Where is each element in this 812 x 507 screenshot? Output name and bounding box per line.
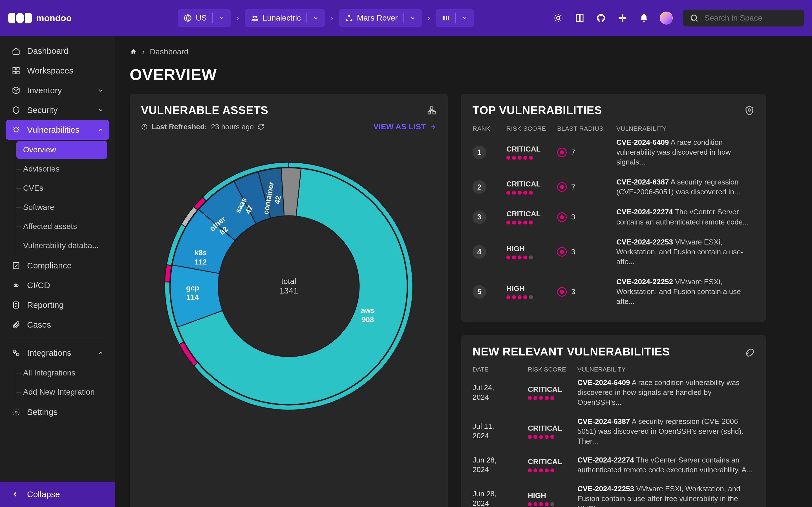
breadcrumb-separator: ›	[428, 14, 430, 22]
sidebar-item-reporting[interactable]: Reporting	[6, 295, 109, 315]
table-row[interactable]: 4 HIGH 3 CVE-2024-22253 VMware ESXi, Wor…	[472, 232, 755, 272]
rank-badge: 5	[472, 285, 486, 298]
blast-radius: 3	[557, 287, 613, 297]
table-row[interactable]: Jul 24,2024 CRITICAL CVE-2024-6409 A rac…	[472, 373, 755, 412]
table-row[interactable]: 2 CRITICAL 7 CVE-2024-6387 A security re…	[472, 172, 755, 202]
theme-toggle-icon[interactable]	[553, 12, 564, 24]
report-icon	[11, 300, 21, 310]
collapse-sidebar-button[interactable]: Collapse	[0, 482, 115, 507]
assets-icon[interactable]	[427, 106, 437, 115]
sidebar-item-inventory[interactable]: Inventory	[6, 80, 109, 100]
sidebar-item-vulnerabilities[interactable]: Vulnerabilities	[6, 120, 109, 140]
sidebar-item-workspaces[interactable]: Workspaces	[6, 61, 109, 80]
search-box[interactable]	[683, 10, 804, 26]
sub-item-overview[interactable]: Overview	[16, 141, 107, 159]
risk-score: CRITICAL	[528, 457, 573, 472]
vulnerabilities-subtree: Overview Advisories CVEs Software Affect…	[16, 141, 109, 255]
sub-item-label: Advisories	[23, 165, 59, 173]
sub-item-all-integrations[interactable]: All Integrations	[16, 364, 107, 382]
sidebar-item-dashboard[interactable]: Dashboard	[6, 41, 109, 61]
bell-icon[interactable]	[638, 12, 650, 24]
vuln-cell: CVE-2024-22274 The vCenter Server contai…	[577, 455, 755, 475]
table-header: RANK RISK SCORE BLAST RADIUS VULNERABILI…	[472, 125, 755, 132]
table-row[interactable]: 5 HIGH 3 CVE-2024-22252 VMware ESXi, Wor…	[472, 272, 755, 312]
sub-item-label: Vulnerability databa...	[23, 241, 99, 250]
sub-item-affected-assets[interactable]: Affected assets	[16, 217, 107, 235]
sidebar-item-cases[interactable]: Cases	[6, 315, 109, 335]
last-refreshed-value: 23 hours ago	[211, 122, 254, 131]
people-icon	[251, 14, 259, 22]
blast-icon	[557, 148, 567, 157]
table-row[interactable]: 3 CRITICAL 3 CVE-2024-22274 The vCenter …	[472, 202, 755, 232]
blast-icon	[557, 247, 567, 257]
sidebar-item-compliance[interactable]: Compliance	[6, 256, 109, 276]
sub-item-cves[interactable]: CVEs	[16, 179, 107, 197]
risk-score: HIGH	[528, 491, 573, 506]
date-cell: Jul 24,2024	[472, 383, 523, 402]
brand-logo[interactable]: mondoo	[8, 13, 71, 23]
date-cell: Jun 28,2024	[472, 455, 523, 474]
sidebar-item-settings[interactable]: Settings	[6, 402, 109, 422]
table-row[interactable]: 1 CRITICAL 7 CVE-2024-6409 A race condit…	[472, 132, 755, 172]
seg-label-gcp: gcp114	[186, 283, 199, 302]
breadcrumb-chip-label: Mars Rover	[357, 13, 398, 22]
breadcrumb-chip-space[interactable]: Mars Rover	[339, 9, 422, 27]
vuln-cell: CVE-2024-22274 The vCenter Server contai…	[616, 207, 755, 227]
search-input[interactable]	[704, 13, 797, 22]
sidebar-item-security[interactable]: Security	[6, 100, 109, 120]
breadcrumb-page[interactable]: Dashboard	[150, 47, 188, 56]
sub-item-software[interactable]: Software	[16, 198, 107, 216]
table-row[interactable]: Jun 28,2024 CRITICAL CVE-2024-22274 The …	[472, 451, 755, 480]
breadcrumb-chip-label: US	[196, 13, 207, 22]
sub-item-advisories[interactable]: Advisories	[16, 160, 107, 178]
svg-rect-13	[619, 17, 622, 19]
page-breadcrumb: › Dashboard	[130, 47, 797, 56]
sidebar-divider	[8, 339, 107, 339]
breadcrumb-chip-org[interactable]: Lunalectric	[245, 9, 325, 27]
refresh-icon[interactable]	[258, 123, 264, 130]
rocket-icon[interactable]	[744, 347, 755, 357]
shield-bug-icon[interactable]	[744, 105, 755, 115]
brand-name: mondoo	[36, 13, 71, 23]
collapse-label: Collapse	[27, 490, 60, 499]
vuln-cell: CVE-2024-6387 A security regression (CVE…	[577, 416, 755, 446]
home-icon[interactable]	[130, 48, 137, 55]
chip-separator	[403, 13, 404, 23]
shield-icon	[11, 105, 21, 115]
breadcrumb-chip-region[interactable]: US	[177, 9, 231, 27]
donut-chart[interactable]: total 1341 aws908 gcp114 k8s112 other82	[141, 131, 437, 441]
blast-radius: 7	[557, 148, 613, 157]
seg-label-aws: aws908	[361, 306, 375, 324]
home-outline-icon	[11, 46, 21, 56]
sidebar-item-integrations[interactable]: Integrations	[6, 343, 109, 363]
svg-rect-28	[433, 112, 435, 114]
sidebar: Dashboard Workspaces Inventory Security …	[0, 36, 115, 507]
col-date: DATE	[472, 366, 523, 373]
docs-icon[interactable]	[574, 12, 585, 24]
slack-icon[interactable]	[617, 12, 628, 24]
svg-point-5	[350, 19, 352, 21]
rank-badge: 4	[472, 245, 486, 259]
user-avatar[interactable]	[660, 11, 673, 24]
sub-item-add-integration[interactable]: Add New Integration	[16, 383, 107, 401]
table-row[interactable]: Jun 28,2024 HIGH CVE-2024-22253 VMware E…	[472, 480, 755, 507]
sidebar-item-label: Security	[27, 105, 57, 115]
content-area: › Dashboard OVERVIEW VULNERABLE ASSETS L…	[115, 36, 812, 507]
chevron-up-icon	[98, 127, 104, 133]
breadcrumb-chip-workspace[interactable]	[436, 9, 474, 27]
github-icon[interactable]	[596, 12, 607, 24]
puzzle-icon	[11, 348, 21, 358]
svg-point-20	[14, 128, 18, 132]
sidebar-item-label: Vulnerabilities	[27, 125, 80, 135]
risk-score: HIGH	[506, 244, 554, 260]
panel-title: NEW RELEVANT VULNERABILITIES	[472, 345, 670, 358]
sub-item-vuln-db[interactable]: Vulnerability databa...	[16, 237, 107, 255]
view-as-list-link[interactable]: VIEW AS LIST	[373, 122, 437, 131]
table-row[interactable]: Jul 11,2024 CRITICAL CVE-2024-6387 A sec…	[472, 412, 755, 451]
sub-item-label: Overview	[23, 145, 56, 154]
col-risk: RISK SCORE	[528, 366, 573, 373]
svg-rect-24	[16, 353, 19, 356]
last-refreshed-label: Last Refreshed:	[152, 122, 207, 131]
sidebar-item-cicd[interactable]: CI/CD	[6, 276, 109, 295]
sidebar-item-label: Dashboard	[27, 46, 68, 56]
